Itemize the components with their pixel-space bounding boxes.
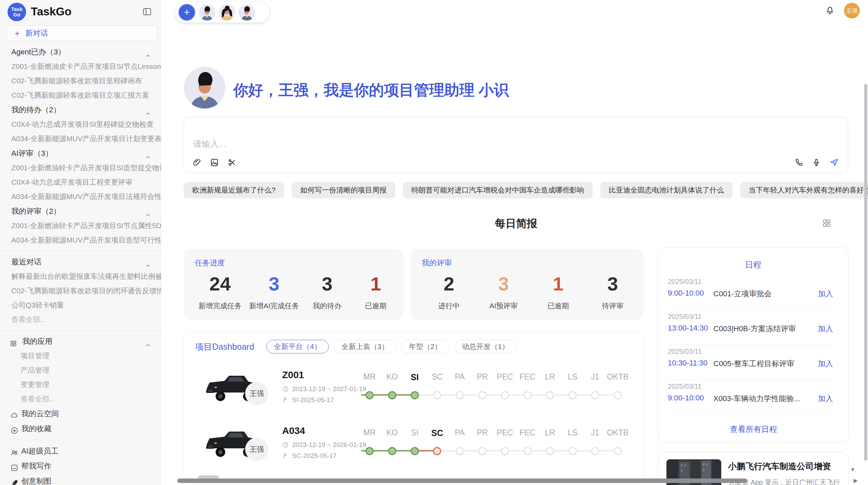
- section-header[interactable]: 我的评审（2）: [0, 204, 161, 219]
- section-header[interactable]: 我的应用: [0, 334, 161, 349]
- dashboard-tab[interactable]: 动总开发（1）: [454, 340, 517, 353]
- stat-value: 1: [355, 272, 396, 296]
- new-chat-label: 新对话: [25, 28, 48, 38]
- milestone-dot: [501, 447, 509, 455]
- sidebar-item[interactable]: C02-飞腾新能源轻客改款项目的闭环通告反馈情况: [0, 284, 161, 298]
- schedule-time: 10:30-11:30: [668, 359, 708, 368]
- sidebar-item[interactable]: A034-全新新能源MUV产品开发项目法规符合性评审: [0, 189, 161, 204]
- dashboard-tab[interactable]: 全新上装（3）: [334, 340, 396, 353]
- sidebar-item[interactable]: 解释最新出台的欧盟报废车法规再生塑料比例被调至15%...: [0, 269, 161, 284]
- milestone-label: J1: [584, 372, 606, 382]
- stat-value: 24: [198, 272, 242, 296]
- user-avatar[interactable]: 王强: [844, 3, 860, 18]
- scroll-right-arrow[interactable]: ▶: [854, 477, 858, 484]
- section-header[interactable]: AI评审（3）: [0, 146, 161, 161]
- stat-card: 任务进度 24 新增完成任务 3 新增AI完成任务 3 我的待办 1 已逾期: [184, 249, 403, 320]
- join-meeting-link[interactable]: 加入: [818, 394, 833, 404]
- sidebar-item[interactable]: 查看全部...: [0, 312, 161, 327]
- chevron-up-icon[interactable]: [145, 209, 152, 219]
- sidebar-item-label: 创意制图: [21, 477, 51, 485]
- sidebar-item-write[interactable]: 帮我写作: [0, 459, 161, 474]
- chevron-up-icon[interactable]: [145, 339, 152, 349]
- avatar-woman-long-hair[interactable]: [219, 4, 235, 21]
- milestone-label: FEC: [516, 428, 539, 437]
- section-label: 最近对话: [11, 258, 41, 266]
- schedule-card: 日程 2025/03/11 9:00-10:00 C001-立项审批会 加入 2…: [658, 247, 848, 443]
- sidebar-item[interactable]: 查看全部...: [0, 392, 161, 406]
- section-header[interactable]: 最近对话: [0, 254, 161, 269]
- dashboard-header: 项目Dashboard 全新平台（4）全新上装（3）年型（2）动总开发（1）: [195, 340, 517, 353]
- phone-icon[interactable]: [794, 158, 804, 167]
- layout-grid-icon[interactable]: [822, 219, 831, 229]
- quill-icon: [10, 477, 19, 485]
- section-label: 我的应用: [11, 337, 52, 346]
- sidebar-item[interactable]: C0X4-动力总成开发项目SI里程碑提交物检查: [0, 117, 161, 132]
- sidebar-item[interactable]: C02-飞腾新能源轻客改款项目立项汇报方案: [0, 88, 161, 102]
- chevron-up-icon[interactable]: [145, 151, 152, 161]
- suggestion-chip[interactable]: 比亚迪全固态电池计划具体说了什么: [600, 182, 733, 198]
- sidebar-header: Task Go TaskGo: [0, 0, 161, 24]
- stat: 24 新增完成任务: [198, 272, 242, 311]
- sidebar-item[interactable]: Z001-全新燃油轻卡产品开发项目SI节点属性5D文件评审: [0, 219, 161, 233]
- project-row[interactable]: 王强 A034 2023-12-19 ~ 2026-01-19 SC-2025-…: [184, 420, 643, 476]
- vertical-scrollbar[interactable]: [864, 84, 867, 461]
- project-code: Z001: [282, 370, 304, 381]
- sidebar-item-people[interactable]: AI超级员工: [0, 444, 161, 459]
- view-all-schedule-link[interactable]: 查看所有日程: [658, 424, 849, 435]
- milestone-label: OKTB: [606, 372, 629, 382]
- avatar-man[interactable]: [199, 4, 215, 21]
- sidebar-item[interactable]: Z001-全新燃油轻卡产品开发项目SI造型提交物评审: [0, 161, 161, 175]
- milestone-dot: [456, 391, 464, 399]
- dashboard-title: 项目Dashboard: [195, 341, 254, 352]
- chat-input-card[interactable]: 请输入...: [184, 117, 848, 173]
- sidebar: Task Go TaskGo ＋ 新对话 Agent已办（3）Z001-全新燃油…: [0, 0, 161, 485]
- chevron-up-icon[interactable]: [145, 259, 152, 269]
- scroll-down-arrow[interactable]: ▼: [850, 467, 855, 472]
- horizontal-scrollbar[interactable]: [177, 478, 747, 483]
- sidebar-item[interactable]: Z001-全新燃油皮卡产品开发项目SI节点Lesson Learn报告: [0, 59, 161, 74]
- suggestion-chip[interactable]: 当下年轻人对汽车外观有怎样的喜好趋势: [740, 182, 868, 198]
- avatar-woman-earring[interactable]: [239, 4, 255, 21]
- plus-icon: ＋: [13, 28, 21, 39]
- chevron-up-icon[interactable]: [145, 49, 152, 59]
- stat: 2 进行中: [429, 272, 470, 311]
- join-meeting-link[interactable]: 加入: [818, 289, 833, 299]
- sidebar-item[interactable]: 变更管理: [0, 377, 161, 392]
- chevron-up-icon[interactable]: [145, 107, 152, 117]
- mic-icon[interactable]: [812, 158, 821, 167]
- milestone-label: PA: [448, 372, 471, 382]
- send-icon[interactable]: [829, 158, 839, 167]
- panel-collapse-icon[interactable]: [142, 7, 152, 18]
- section-header[interactable]: 我的待办（2）: [0, 102, 161, 117]
- milestone-dot: [478, 391, 486, 399]
- sidebar-item[interactable]: C0X4-动力总成开发项目工程变更评审: [0, 175, 161, 189]
- project-row[interactable]: 王强 Z001 2023-12-19 ~ 2027-01-19 SI-2025-…: [184, 364, 643, 420]
- image-icon[interactable]: [210, 158, 219, 167]
- join-meeting-link[interactable]: 加入: [818, 324, 833, 334]
- clock-icon: [282, 442, 289, 448]
- sidebar-item-quill[interactable]: 创意制图: [0, 474, 161, 485]
- sidebar-item-star-circle[interactable]: 我的收藏: [0, 421, 161, 436]
- join-meeting-link[interactable]: 加入: [818, 359, 833, 369]
- scissors-icon[interactable]: [227, 158, 237, 167]
- stat-label: 新增AI完成任务: [249, 301, 299, 311]
- sidebar-item[interactable]: A034-全新新能源MUV产品开发项目计划变更表编写: [0, 132, 161, 146]
- new-chat-button[interactable]: ＋ 新对话: [7, 25, 157, 41]
- suggestion-chip[interactable]: 欧洲新规最近颁布了什么?: [184, 182, 284, 198]
- add-conversation-button[interactable]: +: [178, 4, 195, 21]
- bell-icon[interactable]: [825, 5, 835, 16]
- paperclip-icon[interactable]: [192, 158, 202, 167]
- sidebar-item[interactable]: 产品管理: [0, 363, 161, 377]
- sidebar-item[interactable]: C02-飞腾新能源轻客改款项目里程碑画布: [0, 74, 161, 88]
- stat-label: 我的待办: [306, 301, 348, 311]
- sidebar-item[interactable]: A034-全新新能源MUV产品开发项目造型可行性评审: [0, 233, 161, 247]
- sidebar-item[interactable]: 公司Q3轻卡销量: [0, 298, 161, 312]
- section-header[interactable]: Agent已办（3）: [0, 45, 161, 59]
- sidebar-item-cloud[interactable]: 我的云空间: [0, 406, 161, 421]
- dashboard-tab[interactable]: 年型（2）: [401, 340, 449, 353]
- suggestion-chip[interactable]: 如何写一份清晰的项目周报: [292, 182, 395, 198]
- dashboard-tab[interactable]: 全新平台（4）: [266, 340, 329, 353]
- suggestion-chip[interactable]: 特朗普可能对进口汽车增税会对中国车企造成哪些影响: [403, 182, 593, 198]
- project-owner-avatar: 王强: [245, 438, 268, 461]
- sidebar-item[interactable]: 项目管理: [0, 349, 161, 363]
